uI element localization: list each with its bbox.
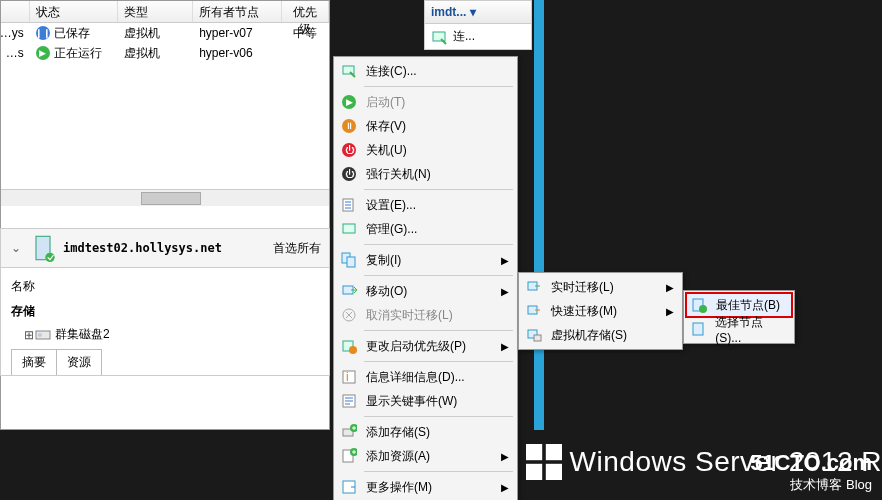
- info-icon: i: [341, 369, 357, 385]
- row-name: s…: [1, 46, 30, 60]
- quick-migration-icon: [526, 303, 542, 319]
- collapse-icon[interactable]: ⌄: [9, 241, 23, 255]
- vm-storage-icon: [526, 327, 542, 343]
- move-icon: [341, 283, 357, 299]
- name-label: 名称: [11, 274, 319, 299]
- storage-label: 存储: [11, 299, 319, 324]
- col-owner[interactable]: 所有者节点: [193, 1, 282, 22]
- svg-rect-29: [693, 323, 703, 335]
- server-icon: [29, 234, 57, 262]
- submenu-vm-storage[interactable]: 虚拟机存储(S): [521, 323, 680, 347]
- shutdown-icon: ⏻: [342, 143, 356, 157]
- move-submenu: 实时迁移(L)▶ 快速迁移(M)▶ 虚拟机存储(S): [518, 272, 683, 350]
- menu-settings[interactable]: 设置(E)...: [336, 193, 515, 217]
- submenu-arrow-icon: ▶: [501, 255, 509, 266]
- select-node-icon: [691, 321, 707, 337]
- tab-summary[interactable]: 摘要: [11, 349, 57, 375]
- menu-shutdown[interactable]: ⏻关机(U): [336, 138, 515, 162]
- menu-poweroff[interactable]: ⏻强行关机(N): [336, 162, 515, 186]
- actions-header[interactable]: imdt... ▾: [425, 1, 531, 24]
- svg-rect-26: [534, 335, 541, 341]
- submenu-live-migration[interactable]: 实时迁移(L)▶: [521, 275, 680, 299]
- expand-icon[interactable]: ⊞: [23, 328, 35, 342]
- window-edge: [534, 0, 544, 430]
- blog-sub: 技术博客 Blog: [750, 476, 872, 494]
- node-submenu: 最佳节点(B) 选择节点(S)...: [683, 290, 795, 344]
- blog-main: 51CTO.com: [750, 450, 872, 476]
- menu-change-priority[interactable]: 更改启动优先级(P)▶: [336, 334, 515, 358]
- svg-rect-7: [343, 224, 355, 233]
- col-status[interactable]: 状态: [30, 1, 119, 22]
- save-icon: ⏸: [342, 119, 356, 133]
- cancel-icon: [341, 307, 357, 323]
- detail-header[interactable]: ⌄ imdtest02.hollysys.net 首选所有: [0, 228, 330, 268]
- svg-rect-31: [545, 444, 561, 460]
- svg-point-3: [38, 333, 42, 337]
- submenu-arrow-icon: ▶: [501, 482, 509, 493]
- play-icon: ▶: [36, 46, 50, 60]
- tab-bar: 摘要 资源: [11, 349, 319, 375]
- menu-save[interactable]: ⏸保存(V): [336, 114, 515, 138]
- replicate-icon: [341, 252, 357, 268]
- menu-add-resource[interactable]: 添加资源(A)▶: [336, 444, 515, 468]
- svg-rect-33: [545, 464, 561, 480]
- tree-item-disk[interactable]: ⊞ 群集磁盘2: [11, 324, 319, 345]
- menu-replicate[interactable]: 复制(I)▶: [336, 248, 515, 272]
- col-name[interactable]: [1, 1, 30, 22]
- menu-move[interactable]: 移动(O)▶: [336, 279, 515, 303]
- events-icon: [341, 393, 357, 409]
- row-type: 虚拟机: [118, 45, 193, 62]
- menu-cancel-live-migration: 取消实时迁移(L): [336, 303, 515, 327]
- windows-logo-icon: [526, 444, 562, 480]
- submenu-arrow-icon: ▶: [666, 282, 674, 293]
- menu-info[interactable]: i信息详细信息(D)...: [336, 365, 515, 389]
- menu-start: ▶启动(T): [336, 90, 515, 114]
- table-row[interactable]: s… ▶ 正在运行 虚拟机 hyper-v06: [1, 43, 329, 63]
- detail-body: 名称 存储 ⊞ 群集磁盘2 摘要 资源: [0, 268, 330, 376]
- pref-owner-label: 首选所有: [273, 240, 321, 257]
- best-node-icon: [691, 297, 707, 313]
- row-type: 虚拟机: [118, 25, 193, 42]
- svg-rect-9: [347, 257, 355, 267]
- submenu-arrow-icon: ▶: [501, 286, 509, 297]
- table-header: 状态 类型 所有者节点 优先级: [1, 1, 329, 23]
- detail-panel: ⌄ imdtest02.hollysys.net 首选所有 名称 存储 ⊞ 群集…: [0, 228, 330, 376]
- actions-panel: imdt... ▾ 连...: [424, 0, 532, 50]
- add-resource-icon: [341, 448, 357, 464]
- detail-hostname: imdtest02.hollysys.net: [63, 241, 222, 255]
- row-owner: hyper-v07: [193, 26, 282, 40]
- chevron-down-icon: ▾: [470, 5, 476, 19]
- horizontal-scrollbar[interactable]: [1, 189, 329, 206]
- tab-resource[interactable]: 资源: [56, 349, 102, 375]
- submenu-quick-migration[interactable]: 快速迁移(M)▶: [521, 299, 680, 323]
- actions-connect[interactable]: 连...: [425, 24, 531, 49]
- disk-label: 群集磁盘2: [55, 326, 110, 343]
- pause-icon: ❙❙: [36, 26, 50, 40]
- col-priority[interactable]: 优先级: [282, 1, 329, 22]
- context-menu: 连接(C)... ▶启动(T) ⏸保存(V) ⏻关机(U) ⏻强行关机(N) 设…: [333, 56, 518, 500]
- menu-more[interactable]: 更多操作(M)▶: [336, 475, 515, 499]
- svg-point-13: [349, 346, 357, 354]
- settings-icon: [341, 197, 357, 213]
- submenu-select-node[interactable]: 选择节点(S)...: [686, 317, 792, 341]
- more-icon: [341, 479, 357, 495]
- svg-point-28: [699, 305, 707, 313]
- priority-icon: [341, 338, 357, 354]
- table-area: 状态 类型 所有者节点 优先级 ys… ❙❙ 已保存 虚拟机 hyper-v07…: [1, 1, 329, 206]
- menu-critical-events[interactable]: 显示关键事件(W): [336, 389, 515, 413]
- connect-icon: [431, 29, 447, 45]
- col-type[interactable]: 类型: [118, 1, 193, 22]
- svg-point-1: [45, 253, 54, 262]
- svg-text:i: i: [346, 370, 349, 384]
- menu-manage[interactable]: 管理(G)...: [336, 217, 515, 241]
- scroll-thumb[interactable]: [141, 192, 201, 205]
- start-icon: ▶: [342, 95, 356, 109]
- table-row[interactable]: ys… ❙❙ 已保存 虚拟机 hyper-v07 中等: [1, 23, 329, 43]
- menu-add-storage[interactable]: 添加存储(S): [336, 420, 515, 444]
- poweroff-icon: ⏻: [342, 167, 356, 181]
- blog-watermark: 51CTO.com 技术博客 Blog: [750, 450, 872, 494]
- menu-connect[interactable]: 连接(C)...: [336, 59, 515, 83]
- row-priority: 中等: [282, 25, 329, 42]
- row-owner: hyper-v06: [193, 46, 282, 60]
- row-status: 正在运行: [54, 45, 102, 62]
